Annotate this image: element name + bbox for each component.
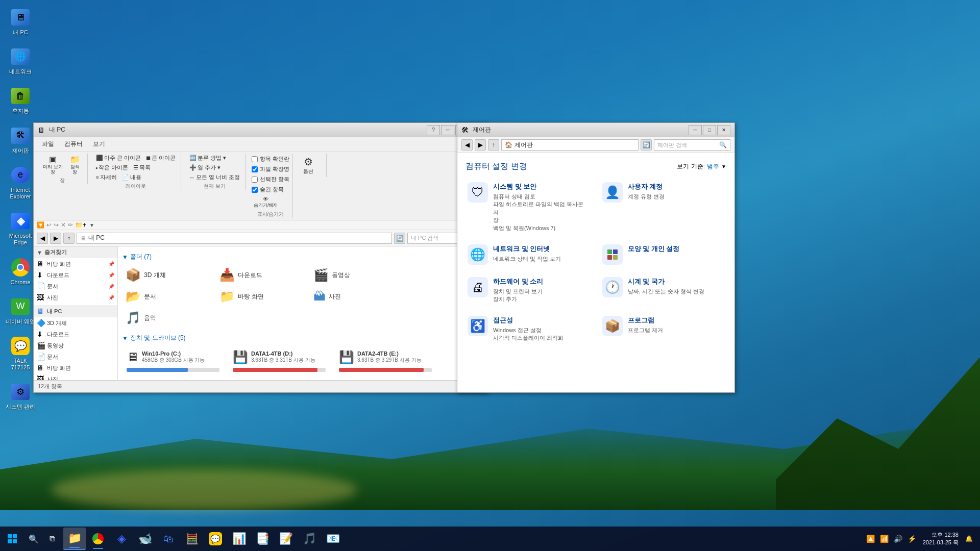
folder-downloads[interactable]: 📥 다운로드	[216, 265, 308, 285]
addr-forward-btn[interactable]: ▶	[50, 233, 61, 244]
qa-rename[interactable]: ✏	[68, 221, 73, 229]
cpanel-item-network[interactable]: 🌐 네트워크 및 인터넷 네트워크 상태 및 작업 보기	[465, 242, 592, 267]
ribbon-btn-big-icon[interactable]: ◼ 큰 아이콘	[144, 154, 178, 162]
taskbar-search-btn[interactable]: 🔍	[24, 530, 43, 548]
sidebar-desktop-fav[interactable]: 🖥 바탕 화면 📌	[34, 258, 117, 269]
ribbon-btn-nav[interactable]: 📁 탐색창	[66, 154, 84, 176]
cpanel-view-type[interactable]: 범주	[707, 162, 719, 171]
drive-C[interactable]: 🖥 Win10-Pro (C:) 458GB 중 303GB 사용 가능	[122, 346, 224, 375]
cpanel-close-btn[interactable]: ✕	[717, 125, 730, 135]
taskbar-clock[interactable]: 오후 12:38 2021-03-25 목	[920, 531, 962, 547]
sidebar-docs[interactable]: 📄 문서	[34, 351, 117, 362]
addr-refresh-btn[interactable]: 🔄	[394, 233, 405, 244]
menu-computer[interactable]: 컴퓨터	[60, 138, 87, 150]
cpanel-item-hardware[interactable]: 🖨 하드웨어 및 소리 장치 및 프린터 보기장치 추가	[465, 275, 592, 306]
cpanel-up-btn[interactable]: ↑	[488, 139, 499, 151]
tray-expand-btn[interactable]: 🔼	[865, 534, 876, 544]
sidebar-videos[interactable]: 🎬 동영상	[34, 340, 117, 351]
tray-battery-icon[interactable]: ⚡	[906, 534, 918, 544]
addr-back-btn[interactable]: ◀	[37, 233, 48, 244]
ribbon-btn-details[interactable]: ≡ 자세히	[94, 173, 119, 182]
qa-undo[interactable]: ↩	[46, 221, 52, 229]
taskbar-whale-btn[interactable]: 🐋	[134, 528, 156, 550]
folder-music[interactable]: 🎵 음악	[122, 308, 214, 328]
explorer-help-btn[interactable]: ?	[427, 125, 440, 135]
folder-photos[interactable]: 🏔 사진	[310, 287, 402, 306]
sidebar-docs-fav[interactable]: 📄 문서 📌	[34, 281, 117, 292]
folder-desktop[interactable]: 📁 바탕 화면	[216, 287, 308, 306]
addr-up-btn[interactable]: ↑	[63, 233, 75, 244]
ribbon-btn-list[interactable]: ☰ 목록	[131, 163, 153, 172]
taskbar-ppt-btn[interactable]: 📑	[251, 528, 274, 550]
folder-videos[interactable]: 🎬 동영상	[310, 265, 402, 285]
ribbon-btn-addcol[interactable]: ➕ 열 추가 ▾	[187, 163, 242, 172]
sidebar-photos-fav[interactable]: 🖼 사진 📌	[34, 292, 117, 303]
cb-selected[interactable]: 선택한 항목	[252, 175, 289, 184]
cpanel-search-box[interactable]: 제어판 검색 🔍	[654, 139, 730, 151]
cpanel-path-display[interactable]: 🏠 제어판	[501, 139, 639, 151]
qa-newdir[interactable]: 📁+	[75, 221, 86, 229]
taskbar-outlook-btn[interactable]: 📧	[322, 528, 344, 550]
sidebar-photos[interactable]: 🖼 사진	[34, 373, 117, 380]
cpanel-item-programs[interactable]: 📦 프로그램 프로그램 제거	[600, 314, 727, 344]
cpanel-forward-btn[interactable]: ▶	[475, 139, 486, 151]
sidebar-3d[interactable]: 🔷 3D 개체	[34, 317, 117, 329]
qa-icon[interactable]: 🔽	[37, 221, 44, 229]
sidebar-desktop[interactable]: 🖥 바탕 화면	[34, 362, 117, 373]
drive-D[interactable]: 💾 DATA1-4TB (D:) 3.63TB 중 3.31TB 사용 가능	[228, 346, 330, 375]
cpanel-item-user[interactable]: 👤 사용자 계정 계정 유형 변경	[600, 180, 727, 234]
tray-network-icon[interactable]: 📶	[878, 534, 890, 544]
sidebar-favorites-header[interactable]: ▼ 즐겨찾기	[34, 246, 117, 258]
desktop-icon-mypc[interactable]: 🖥 내 PC	[2, 5, 39, 38]
ribbon-btn-content[interactable]: 📄 내용	[120, 173, 143, 182]
cpanel-item-clock[interactable]: 🕐 시계 및 국가 날짜, 시간 또는 숫자 형식 변경	[600, 275, 727, 306]
tray-volume-icon[interactable]: 🔊	[892, 534, 904, 544]
qa-dropdown[interactable]: ▼	[89, 222, 94, 228]
ribbon-btn-hide[interactable]: 👁 숨기기/해제	[252, 195, 280, 210]
desktop-icon-network[interactable]: 🌐 네트워크	[2, 44, 39, 77]
cb-selected-input[interactable]	[252, 177, 258, 183]
taskbar-chrome-btn[interactable]	[87, 528, 109, 550]
drive-E[interactable]: 💾 DATA2-4TB (E:) 3.63TB 중 3.29TB 사용 가능	[334, 346, 436, 375]
taskbar-excel-btn[interactable]: 📊	[228, 528, 250, 550]
menu-file[interactable]: 파일	[38, 138, 58, 150]
desktop-icon-recycle[interactable]: 🗑 휴지통	[2, 84, 39, 116]
folder-3d[interactable]: 📦 3D 개체	[122, 265, 214, 285]
cb-file-ext[interactable]: 파일 확장명	[252, 165, 289, 173]
menu-view[interactable]: 보기	[89, 138, 109, 150]
taskbar-word-btn[interactable]: 📝	[275, 528, 297, 550]
ribbon-btn-small-icon[interactable]: ▪ 작은 아이콘	[94, 163, 131, 172]
ribbon-btn-options[interactable]: ⚙ 옵션	[299, 154, 317, 177]
cb-hidden-input[interactable]	[252, 187, 258, 193]
cpanel-item-system[interactable]: 🛡 시스템 및 보안 컴퓨터 상태 검토 파일 히스토리로 파일의 백업 복사본…	[465, 180, 592, 234]
taskbar-band-btn[interactable]: 🎵	[298, 528, 321, 550]
taskbar-taskview-btn[interactable]: ⧉	[43, 530, 61, 548]
cpanel-item-accessibility[interactable]: ♿ 접근성 Windows 접근 설정시각적 디스플레이이 최적화	[465, 314, 592, 344]
cb-hidden[interactable]: 숨긴 항목	[252, 185, 289, 194]
taskbar-notification-btn[interactable]: 🔔	[964, 529, 974, 549]
ribbon-btn-colwidth[interactable]: ↔ 모든 열 너비 조정	[187, 173, 242, 182]
cpanel-minimize-btn[interactable]: ─	[689, 125, 702, 135]
sidebar-mypc-header[interactable]: 🖥 내 PC	[34, 305, 117, 317]
ribbon-btn-preview[interactable]: ▣ 미리 보기창	[41, 154, 65, 176]
qa-delete[interactable]: ✕	[61, 221, 66, 229]
cpanel-item-appearance[interactable]: 모양 및 개인 설정	[600, 242, 727, 267]
taskbar-kakao-btn[interactable]: 💬	[204, 528, 227, 550]
drives-section-header[interactable]: ▼ 장치 및 드라이브 (5)	[122, 334, 483, 342]
taskbar-store-btn[interactable]: 🛍	[157, 528, 180, 550]
folder-docs[interactable]: 📂 문서	[122, 287, 214, 306]
addr-path-display[interactable]: 🖥 내 PC	[77, 233, 392, 244]
cb-item-checkbox[interactable]: 항목 확인란	[252, 155, 289, 163]
cpanel-refresh-btn[interactable]: 🔄	[641, 139, 652, 151]
taskbar-edge-btn[interactable]: ◈	[110, 528, 133, 550]
cpanel-maximize-btn[interactable]: □	[703, 125, 716, 135]
folders-section-header[interactable]: ▼ 폴더 (7)	[122, 253, 483, 261]
cpanel-back-btn[interactable]: ◀	[461, 139, 473, 151]
sidebar-download-fav[interactable]: ⬇ 다운로드 📌	[34, 269, 117, 281]
ribbon-btn-huge-icon[interactable]: ⬛ 아주 큰 아이콘	[94, 154, 143, 162]
qa-redo[interactable]: ↪	[54, 221, 59, 229]
ribbon-btn-sort[interactable]: 🔤 분류 방법 ▾	[187, 154, 242, 162]
start-button[interactable]	[2, 529, 22, 549]
sidebar-download[interactable]: ⬇ 다운로드	[34, 329, 117, 340]
taskbar-calc-btn[interactable]: 🧮	[181, 528, 203, 550]
